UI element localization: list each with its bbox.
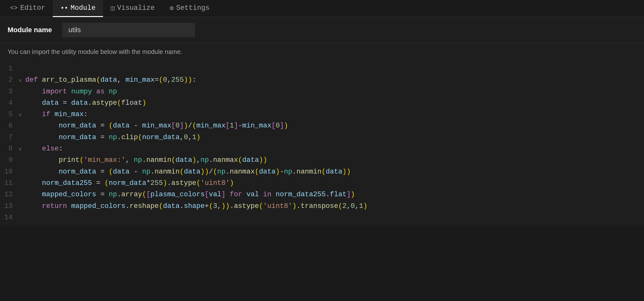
module-name-label: Module name xyxy=(8,26,52,34)
line-number-14: 14 xyxy=(0,212,19,223)
fold-2[interactable]: v xyxy=(19,77,25,84)
code-line-2: 2 v def arr_to_plasma(data, min_max=(0,2… xyxy=(0,74,644,86)
editor-icon: <> xyxy=(10,4,18,12)
line-number-2: 2 xyxy=(0,74,19,86)
tab-settings[interactable]: ⚙ Settings xyxy=(162,0,217,17)
code-content-12: mapped_colors = np.array([plasma_colors[… xyxy=(25,189,644,200)
code-content-9: print('min_max:', np.nanmin(data),np.nan… xyxy=(25,155,644,166)
code-line-13: 13 return mapped_colors.reshape(data.sha… xyxy=(0,201,644,212)
module-name-input[interactable] xyxy=(62,23,195,37)
line-number-4: 4 xyxy=(0,97,19,109)
line-number-3: 3 xyxy=(0,86,19,97)
code-content-10: norm_data = (data - np.nanmin(data))/(np… xyxy=(25,166,644,178)
code-content-7: norm_data = np.clip(norm_data,0,1) xyxy=(25,132,644,143)
line-number-5: 5 xyxy=(0,109,19,120)
code-content-3: import numpy as np xyxy=(25,86,644,97)
code-content-8: else: xyxy=(25,143,644,155)
code-line-4: 4 data = data.astype(float) xyxy=(0,97,644,109)
code-line-14: 14 xyxy=(0,212,644,223)
line-number-13: 13 xyxy=(0,201,19,212)
code-content-13: return mapped_colors.reshape(data.shape+… xyxy=(25,201,644,212)
code-line-1: 1 xyxy=(0,63,644,74)
line-number-1: 1 xyxy=(0,63,19,74)
code-content-4: data = data.astype(float) xyxy=(25,97,644,109)
code-content-11: norm_data255 = (norm_data*255).astype('u… xyxy=(25,178,644,189)
tab-visualize[interactable]: ◫ Visualize xyxy=(103,0,162,17)
line-number-6: 6 xyxy=(0,120,19,132)
tab-settings-label: Settings xyxy=(176,4,210,12)
tab-module-label: Module xyxy=(70,4,95,12)
code-line-10: 10 norm_data = (data - np.nanmin(data))/… xyxy=(0,166,644,178)
code-line-7: 7 norm_data = np.clip(norm_data,0,1) xyxy=(0,132,644,143)
tab-visualize-label: Visualize xyxy=(117,4,155,12)
code-line-8: 8 v else: xyxy=(0,143,644,155)
settings-icon: ⚙ xyxy=(170,4,173,12)
code-content-6: norm_data = (data - min_max[0])/(min_max… xyxy=(25,120,644,132)
tab-editor-label: Editor xyxy=(20,4,45,12)
line-number-8: 8 xyxy=(0,143,19,155)
code-line-5: 5 v if min_max: xyxy=(0,109,644,120)
fold-8[interactable]: v xyxy=(19,146,25,153)
code-line-6: 6 norm_data = (data - min_max[0])/(min_m… xyxy=(0,120,644,132)
line-number-11: 11 xyxy=(0,178,19,189)
code-editor: 1 2 v def arr_to_plasma(data, min_max=(0… xyxy=(0,61,644,226)
line-number-12: 12 xyxy=(0,189,19,200)
line-number-10: 10 xyxy=(0,166,19,178)
line-number-9: 9 xyxy=(0,155,19,166)
code-line-3: 3 import numpy as np xyxy=(0,86,644,97)
module-icon: ▪▪ xyxy=(60,4,68,12)
tab-editor[interactable]: <> Editor xyxy=(3,0,53,17)
code-line-11: 11 norm_data255 = (norm_data*255).astype… xyxy=(0,178,644,189)
code-content-2: def arr_to_plasma(data, min_max=(0,255))… xyxy=(25,74,644,86)
code-line-12: 12 mapped_colors = np.array([plasma_colo… xyxy=(0,189,644,200)
line-number-7: 7 xyxy=(0,132,19,143)
tab-bar: <> Editor ▪▪ Module ◫ Visualize ⚙ Settin… xyxy=(0,0,644,17)
code-line-9: 9 print('min_max:', np.nanmin(data),np.n… xyxy=(0,155,644,166)
visualize-icon: ◫ xyxy=(111,4,114,12)
code-content-5: if min_max: xyxy=(25,109,644,120)
description-text: You can import the utility module below … xyxy=(0,43,644,61)
tab-module[interactable]: ▪▪ Module xyxy=(53,0,103,17)
module-name-row: Module name xyxy=(0,17,644,43)
fold-5[interactable]: v xyxy=(19,111,25,119)
